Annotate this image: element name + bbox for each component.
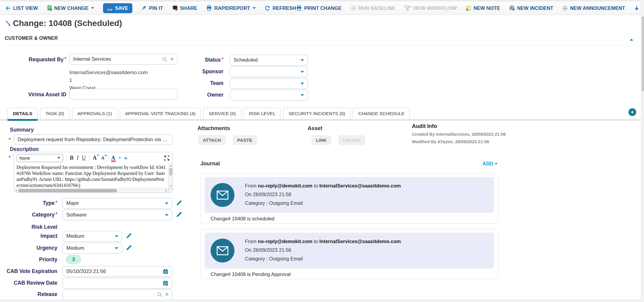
- journal-entry-body: Change# 10408 is Pending Approval: [211, 272, 291, 277]
- edit-type-pencil-icon[interactable]: [176, 200, 182, 206]
- save-label: SAVE: [115, 5, 128, 11]
- summary-field[interactable]: [14, 135, 173, 145]
- new-incident-button[interactable]: NEW INCIDENT: [509, 5, 553, 11]
- page-scroll-thumb[interactable]: [642, 16, 644, 91]
- font-color-button[interactable]: A: [111, 155, 115, 161]
- new-change-button[interactable]: NEW CHANGE: [47, 5, 94, 11]
- printer-icon: [296, 5, 302, 11]
- release-field[interactable]: [62, 289, 172, 300]
- edit-impact-pencil-icon[interactable]: [125, 233, 132, 239]
- more-tools-button[interactable]: »: [124, 155, 128, 161]
- run-baseline-button[interactable]: RUN BASELINE: [351, 5, 395, 11]
- requested-by-input[interactable]: [73, 56, 162, 62]
- status-dropdown[interactable]: Scheduled: [230, 55, 308, 65]
- journal-entry: From no-reply@demokit.com to InternalSer…: [200, 229, 498, 279]
- attach-button[interactable]: ATTACH: [198, 135, 226, 145]
- tab-security-incidents[interactable]: SECURITY INCIDENTS (0): [283, 108, 350, 119]
- cab-review-date-field[interactable]: [62, 278, 172, 289]
- paste-button[interactable]: PASTE: [233, 135, 257, 145]
- page-vertical-scrollbar[interactable]: [641, 0, 644, 302]
- decrease-font-button[interactable]: A: [101, 155, 105, 161]
- new-announcement-button[interactable]: NEW ANNOUNCEMENT: [562, 5, 625, 11]
- virima-asset-id-field[interactable]: [69, 89, 177, 100]
- edit-category-pencil-icon[interactable]: [176, 211, 182, 218]
- description-text[interactable]: Deployment Requested for environment : D…: [14, 164, 168, 188]
- toolbar-separator: [66, 155, 67, 161]
- section-collapse-button[interactable]: [630, 36, 633, 42]
- editor-resize-grip[interactable]: [168, 188, 173, 193]
- pin-it-label: PIN IT: [149, 5, 163, 11]
- edit-urgency-pencil-icon[interactable]: [125, 245, 132, 251]
- cab-review-date-label: CAB Review Date: [0, 280, 57, 286]
- virima-asset-id-input[interactable]: [73, 91, 174, 97]
- owner-dropdown[interactable]: [230, 90, 308, 100]
- scroll-up-arrow-icon[interactable]: [168, 164, 173, 167]
- tab-approval-vote-tracking[interactable]: APPROVAL VOTE TRACKING (4): [120, 108, 201, 119]
- rapidreport-button[interactable]: RAPIDREPORT: [206, 5, 256, 11]
- bottom-scroll-strip[interactable]: [0, 300, 641, 302]
- refresh-label: REFRESH: [272, 5, 296, 11]
- tab-task[interactable]: TASK (0): [40, 108, 70, 119]
- journal-entry-meta: From no-reply@demokit.com to InternalSer…: [245, 181, 401, 208]
- italic-button[interactable]: I: [77, 155, 79, 161]
- format-select[interactable]: None: [17, 154, 63, 162]
- cab-vote-expiration-field[interactable]: [62, 266, 172, 277]
- tab-approvals[interactable]: APPROVALS (1): [72, 108, 117, 119]
- impact-dropdown[interactable]: Medium: [62, 231, 122, 242]
- print-change-button[interactable]: PRINT CHANGE: [296, 5, 342, 11]
- search-icon[interactable]: [157, 292, 162, 298]
- scroll-right-arrow-icon[interactable]: [164, 188, 168, 193]
- view-workflow-button[interactable]: VIEW WORKFLOW: [404, 5, 457, 11]
- tab-risk-level[interactable]: RISK LEVEL: [244, 108, 281, 119]
- cab-review-date-input[interactable]: [66, 280, 162, 286]
- pin-it-button[interactable]: PIN IT: [141, 5, 163, 11]
- release-input[interactable]: [66, 292, 157, 298]
- category-dropdown[interactable]: Software: [62, 210, 172, 220]
- gear-icon: [351, 5, 356, 11]
- sponsor-dropdown[interactable]: [230, 66, 308, 77]
- list-view-button[interactable]: LIST VIEW: [5, 5, 38, 11]
- cab-vote-expiration-input[interactable]: [66, 269, 162, 274]
- save-button[interactable]: SAVE: [103, 3, 132, 13]
- tab-service[interactable]: SERVICE (0): [203, 108, 241, 119]
- tab-bar: DETAILS TASK (0) APPROVALS (1) APPROVAL …: [7, 108, 410, 119]
- scroll-left-arrow-icon[interactable]: [14, 188, 18, 193]
- horizontal-scroll-thumb[interactable]: [18, 189, 117, 192]
- search-icon[interactable]: [162, 57, 168, 62]
- open-record-chevron-icon[interactable]: [171, 56, 174, 62]
- team-label: Team: [179, 80, 223, 86]
- increase-font-button[interactable]: A: [93, 155, 97, 161]
- refresh-button[interactable]: REFRESH: [265, 5, 296, 11]
- description-vertical-scrollbar[interactable]: [168, 164, 173, 188]
- audit-modified-line: Modified By ATaylor, 28/09/2023 21:58: [412, 139, 489, 144]
- change-record-icon: [4, 19, 12, 27]
- vertical-scroll-thumb[interactable]: [169, 168, 172, 176]
- envelope-icon: [217, 190, 229, 200]
- format-select-value: None: [19, 155, 30, 161]
- impact-label: Impact: [0, 233, 57, 239]
- new-note-button[interactable]: NEW NOTE: [466, 5, 500, 11]
- requested-by-label: Requested By*: [0, 57, 66, 63]
- chevron-down-icon[interactable]: [119, 157, 121, 159]
- new-incident-label: NEW INCIDENT: [517, 5, 553, 11]
- journal-add-button[interactable]: ADD: [482, 161, 498, 167]
- tab-details[interactable]: DETAILS: [7, 108, 38, 119]
- tab-change-schedule[interactable]: CHANGE SCHEDULE: [353, 108, 410, 119]
- open-record-chevron-icon[interactable]: [165, 292, 168, 298]
- link-button[interactable]: LINK: [312, 135, 331, 145]
- calendar-icon[interactable]: [162, 280, 168, 286]
- type-dropdown[interactable]: Major: [62, 198, 172, 209]
- underline-button[interactable]: U: [82, 155, 86, 161]
- calendar-icon[interactable]: [162, 269, 168, 274]
- team-dropdown[interactable]: [230, 78, 308, 89]
- unlink-button[interactable]: UNLINK: [338, 135, 365, 145]
- description-horizontal-scrollbar[interactable]: [14, 188, 168, 193]
- bold-button[interactable]: B: [70, 155, 73, 161]
- add-tab-button[interactable]: [628, 108, 636, 116]
- requested-by-field[interactable]: [69, 54, 177, 65]
- expand-editor-icon[interactable]: [164, 155, 170, 161]
- scroll-down-arrow-icon[interactable]: [168, 184, 173, 188]
- summary-input[interactable]: [18, 137, 169, 143]
- urgency-dropdown[interactable]: Medium: [62, 243, 122, 254]
- share-button[interactable]: SHARE: [172, 5, 197, 11]
